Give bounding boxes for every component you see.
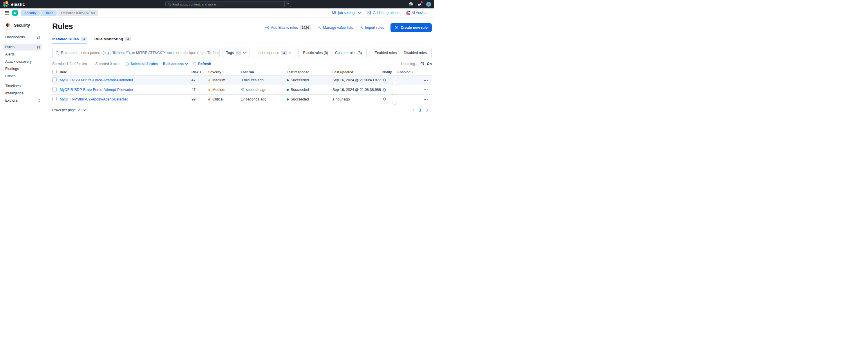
bell-icon[interactable] (382, 97, 386, 102)
column-header-rule[interactable]: Rule↕ (60, 70, 191, 74)
chevron-down-icon (185, 63, 188, 65)
auto-refresh-icon[interactable] (420, 62, 425, 66)
previous-page-icon[interactable] (412, 108, 414, 112)
enabled-rules-filter[interactable]: Enabled rules (371, 51, 400, 55)
bulk-actions-button[interactable]: Bulk actions (163, 62, 188, 66)
menu-icon[interactable] (5, 11, 9, 15)
row-actions-button[interactable] (424, 99, 428, 99)
sort-icon: ↕ (68, 70, 70, 74)
last-updated: 1 hour ago (333, 97, 382, 102)
sidebar-item-attack-discovery[interactable]: Attack discovery (3, 58, 42, 65)
rules-search-input[interactable] (59, 51, 219, 55)
rule-link[interactable]: MyDFIR-Mythic-C2-Apollo-Agent-Detected (60, 97, 128, 102)
custom-rules-filter[interactable]: Custom rules (3) (332, 51, 365, 55)
sidebar-item-dashboards[interactable]: Dashboards (3, 34, 42, 41)
tab-count-badge: 3 (125, 36, 131, 41)
last-response-filter-button[interactable]: Last response 3 (253, 48, 295, 58)
sort-icon: ↕ (310, 70, 312, 74)
elastic-brand[interactable]: elastic (3, 1, 25, 7)
breadcrumb-rules[interactable]: Rules (40, 10, 58, 16)
elastic-rules-filter[interactable]: Elastic rules (0) (300, 51, 332, 55)
row-checkbox[interactable] (52, 87, 57, 91)
risk-score: 47 (191, 88, 208, 92)
table-row: MyDFIR-Mythic-C2-Apollo-Agent-Detected 9… (52, 94, 432, 104)
sort-down-icon: ↓ (412, 70, 413, 74)
last-updated: Sep 16, 2024 @ 21:00:43.877 (333, 78, 382, 82)
tags-count-badge: 0 (236, 51, 241, 55)
add-integrations-button[interactable]: Add integrations (367, 11, 399, 15)
rule-source-filter-group: Elastic rules (0) Custom rules (3) (298, 48, 367, 58)
filter-bar: Tags 0 Last response 3 Elastic rules (0)… (52, 48, 432, 58)
sidebar: Security Dashboards Rules Alerts Attack … (0, 18, 45, 173)
select-pages-icon (125, 62, 129, 66)
column-header-severity[interactable]: Severity↕ (208, 70, 241, 74)
elastic-logo-icon (3, 1, 9, 7)
ai-assistant-icon (406, 11, 410, 15)
rules-search[interactable] (52, 48, 220, 58)
apps-grid-icon (37, 99, 40, 102)
sidebar-item-cases[interactable]: Cases (3, 73, 42, 80)
plus-circle-icon (265, 26, 269, 30)
manage-value-lists-button[interactable]: Manage value lists (317, 26, 353, 30)
add-integrations-label: Add integrations (373, 11, 399, 15)
sidebar-item-intelligence[interactable]: Intelligence (3, 90, 42, 97)
space-badge[interactable]: D (12, 10, 18, 16)
breadcrumb-security[interactable]: Security (21, 10, 41, 16)
risk-score: 47 (191, 78, 208, 82)
table-row: MyDFIR-SSH-Brute-Force-Attempt-Pilotvade… (52, 75, 432, 85)
tags-filter-button[interactable]: Tags 0 (222, 48, 250, 58)
last-run: 17 seconds ago (241, 97, 287, 102)
pagination: 1 (412, 108, 428, 112)
add-elastic-rules-button[interactable]: Add Elastic rules 1226 (265, 25, 311, 30)
import-rules-button[interactable]: Import rules (360, 26, 384, 30)
column-header-enabled[interactable]: Enabled↓ (398, 70, 420, 74)
global-search-input[interactable] (171, 3, 284, 6)
security-app-icon (4, 22, 11, 29)
rule-state-filter-group: Enabled rules Disabled rules (370, 48, 432, 58)
sidebar-title: Security (14, 23, 30, 28)
severity-cell: Medium (208, 88, 241, 92)
row-checkbox[interactable] (52, 97, 57, 101)
ai-assistant-button[interactable]: AI Assistant (406, 11, 431, 15)
bell-icon[interactable] (382, 78, 386, 83)
column-header-last-response[interactable]: Last response↕ (287, 70, 333, 74)
select-all-button[interactable]: Select all 3 rules (125, 62, 158, 66)
create-new-rule-button[interactable]: Create new rule (391, 23, 432, 32)
sidebar-item-timelines[interactable]: Timelines (3, 83, 42, 89)
help-icon[interactable] (409, 2, 413, 6)
sidebar-item-findings[interactable]: Findings (3, 65, 42, 72)
auto-refresh-status[interactable]: On (427, 62, 432, 66)
last-run: 41 seconds ago (241, 88, 287, 92)
sidebar-item-alerts[interactable]: Alerts (3, 51, 42, 58)
refresh-button[interactable]: Refresh (193, 62, 211, 66)
user-avatar[interactable]: E (426, 2, 431, 7)
sidebar-item-explore[interactable]: Explore (3, 97, 42, 104)
global-search[interactable]: ^/ (165, 1, 291, 7)
breadcrumb: Security Rules Detection rules (SIEM) (21, 10, 99, 16)
page-number[interactable]: 1 (419, 108, 421, 112)
bell-icon[interactable] (382, 88, 386, 92)
row-actions-button[interactable] (424, 80, 428, 81)
row-checkbox[interactable] (52, 78, 57, 82)
column-header-notify: Notify (382, 70, 398, 74)
select-all-checkbox[interactable] (52, 70, 57, 74)
chevron-down-icon (358, 12, 361, 13)
rule-link[interactable]: MyDFIR-RDP-Brute-Force-Attempt-Pilotvade… (60, 88, 133, 92)
tab-installed-rules[interactable]: Installed Rules 3 (52, 36, 87, 44)
severity-dot (208, 89, 210, 91)
ml-job-settings-button[interactable]: ML job settings (332, 11, 361, 15)
rows-per-page-button[interactable]: Rows per page: 20 (52, 108, 86, 112)
column-header-last-updated[interactable]: Last updated↕ (333, 70, 382, 74)
column-header-last-run[interactable]: Last run↕ (241, 70, 287, 74)
rule-link[interactable]: MyDFIR-SSH-Brute-Force-Attempt-Pilotvade… (60, 78, 133, 82)
last-response-cell: Succeeded (287, 88, 333, 92)
news-icon[interactable] (417, 2, 422, 6)
row-actions-button[interactable] (424, 89, 428, 90)
sidebar-item-rules[interactable]: Rules (3, 44, 42, 51)
last-response-count-badge: 3 (281, 51, 287, 55)
tab-rule-monitoring[interactable]: Rule Monitoring 3 (94, 36, 131, 44)
column-header-risk-score[interactable]: Risk s...↕ (191, 70, 208, 74)
sort-icon: ↕ (205, 70, 207, 74)
next-page-icon[interactable] (426, 108, 428, 112)
disabled-rules-filter[interactable]: Disabled rules (400, 51, 430, 55)
